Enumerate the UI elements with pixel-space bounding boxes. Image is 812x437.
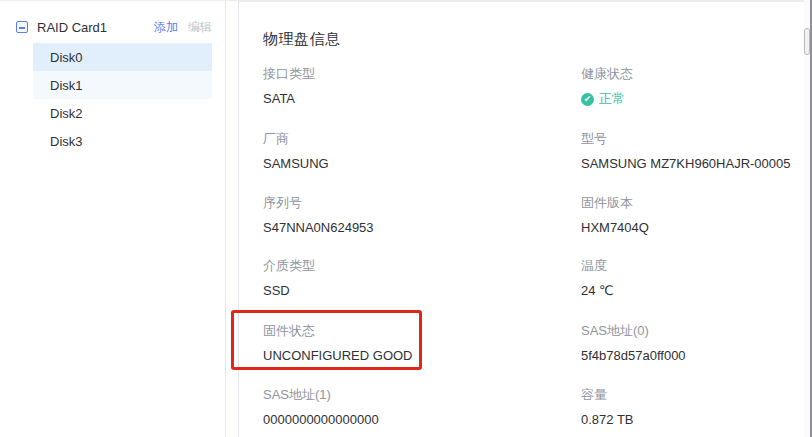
field-interface-type: 接口类型 SATA xyxy=(263,65,563,108)
field-label: 温度 xyxy=(581,257,812,275)
field-label: 介质类型 xyxy=(263,257,563,275)
field-sas-address-0: SAS地址(0) 5f4b78d57a0ff000 xyxy=(581,322,812,365)
field-media-type: 介质类型 SSD xyxy=(263,257,563,300)
disk-list: Disk0 Disk1 Disk2 Disk3 xyxy=(0,43,226,155)
field-label: 健康状态 xyxy=(581,65,812,83)
raid-card-label: RAID Card1 xyxy=(37,20,107,35)
field-value: HXM7404Q xyxy=(581,219,812,237)
field-value: SATA xyxy=(263,90,563,108)
sidebar-item-disk1[interactable]: Disk1 xyxy=(33,71,212,99)
field-value: SSD xyxy=(263,282,563,300)
field-value: 0000000000000000 xyxy=(263,411,563,429)
sidebar-item-disk3[interactable]: Disk3 xyxy=(33,127,212,155)
field-value: 24 ℃ xyxy=(581,282,812,300)
field-model: 型号 SAMSUNG MZ7KH960HAJR-00005 xyxy=(581,130,812,173)
field-label: 型号 xyxy=(581,130,812,148)
tree-node-raid-card[interactable]: RAID Card1 添加 编辑 xyxy=(0,14,226,40)
health-status-text: 正常 xyxy=(599,90,625,108)
field-value: SAMSUNG MZ7KH960HAJR-00005 xyxy=(581,155,812,173)
field-label: SAS地址(1) xyxy=(263,386,563,404)
sidebar-item-disk0[interactable]: Disk0 xyxy=(33,43,212,71)
field-capacity: 容量 0.872 TB xyxy=(581,386,812,429)
physical-disk-info-panel: 物理盘信息 接口类型 SATA 健康状态 ✔ 正常 厂商 SAMSUNG 型号 … xyxy=(238,1,806,437)
edit-link[interactable]: 编辑 xyxy=(188,19,212,36)
field-label: 序列号 xyxy=(263,194,563,212)
field-value: UNCONFIGURED GOOD xyxy=(263,347,563,365)
field-sas-address-1: SAS地址(1) 0000000000000000 xyxy=(263,386,563,429)
field-firmware-version: 固件版本 HXM7404Q xyxy=(581,194,812,237)
check-circle-icon: ✔ xyxy=(581,93,594,106)
field-temperature: 温度 24 ℃ xyxy=(581,257,812,300)
field-label: 厂商 xyxy=(263,130,563,148)
collapse-minus-icon[interactable] xyxy=(16,21,28,33)
add-link[interactable]: 添加 xyxy=(154,19,178,36)
field-value: S47NNA0N624953 xyxy=(263,219,563,237)
field-label: 固件版本 xyxy=(581,194,812,212)
field-label: 容量 xyxy=(581,386,812,404)
field-serial-number: 序列号 S47NNA0N624953 xyxy=(263,194,563,237)
field-value: 0.872 TB xyxy=(581,411,812,429)
field-vendor: 厂商 SAMSUNG xyxy=(263,130,563,173)
field-health-status: 健康状态 ✔ 正常 xyxy=(581,65,812,108)
raid-tree-sidebar: RAID Card1 添加 编辑 Disk0 Disk1 Disk2 Disk3 xyxy=(0,1,226,437)
field-firmware-state: 固件状态 UNCONFIGURED GOOD xyxy=(263,322,563,365)
field-value: 5f4b78d57a0ff000 xyxy=(581,347,812,365)
field-label: SAS地址(0) xyxy=(581,322,812,340)
field-label: 固件状态 xyxy=(263,322,563,340)
sidebar-item-disk2[interactable]: Disk2 xyxy=(33,99,212,127)
page-title: 物理盘信息 xyxy=(263,30,341,49)
field-value: SAMSUNG xyxy=(263,155,563,173)
field-label: 接口类型 xyxy=(263,65,563,83)
field-value: ✔ 正常 xyxy=(581,90,812,108)
